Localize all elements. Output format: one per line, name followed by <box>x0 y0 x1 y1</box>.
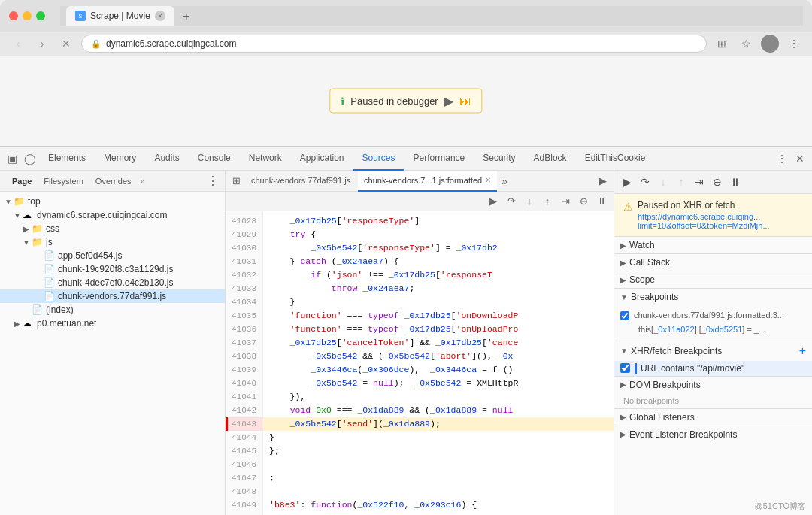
callstack-header[interactable]: ▶ Call Stack <box>614 254 812 271</box>
tree-item-index[interactable]: 📄 (index) <box>0 303 225 317</box>
tab-memory[interactable]: Memory <box>95 147 145 171</box>
xhr-filter-item: URL contains "/api/movie" <box>614 361 812 376</box>
filetree-more-tabs[interactable]: » <box>138 177 148 186</box>
new-tab-button[interactable]: + <box>177 8 195 26</box>
tree-item-domain2[interactable]: ▶ ☁ p0.meituan.net <box>0 317 225 330</box>
domain-icon: ☁ <box>23 210 35 220</box>
resume-button[interactable]: ▶ <box>444 94 453 108</box>
tree-label-index: (index) <box>46 304 74 315</box>
file-icon: 📄 <box>44 250 56 261</box>
back-button[interactable]: ‹ <box>9 35 27 53</box>
tree-item-top[interactable]: ▼ 📁 top <box>0 195 225 208</box>
tree-label-chunkvendors: chunk-vendors.77daf991.js <box>58 291 166 301</box>
code-line <box>263 485 614 498</box>
code-area[interactable]: 41028 41029 41030 41031 41032 41033 4103… <box>226 211 614 515</box>
tree-item-app-js[interactable]: 📄 app.5ef0d454.js <box>0 249 225 262</box>
xhr-breakpoints-header[interactable]: ▼ XHR/fetch Breakpoints + <box>614 341 812 361</box>
filetree-tab-page[interactable]: Page <box>6 171 38 192</box>
tab-security[interactable]: Security <box>474 147 524 171</box>
pause-exceptions-btn[interactable]: ⏸ <box>727 174 744 190</box>
tab-close-button[interactable]: × <box>155 11 165 21</box>
tab-console[interactable]: Console <box>189 147 240 171</box>
maximize-button[interactable] <box>36 11 45 20</box>
scope-header[interactable]: ▶ Scope <box>614 271 812 288</box>
menu-button[interactable]: ⋮ <box>785 35 803 53</box>
domain-icon: ☁ <box>23 318 35 329</box>
tree-item-chunk4dec[interactable]: 📄 chunk-4dec7ef0.e4c2b130.js <box>0 276 225 289</box>
tab-elements[interactable]: Elements <box>39 147 95 171</box>
resume-btn[interactable]: ▶ <box>619 174 635 190</box>
tree-item-css[interactable]: ▶ 📁 css <box>0 222 225 235</box>
tree-label-domain1: dynamic6.scrape.cuiqingcai.com <box>37 210 167 220</box>
close-button[interactable] <box>9 11 18 20</box>
pause-on-exceptions-btn[interactable]: ⏸ <box>594 194 609 209</box>
filetree-tab-filesystem[interactable]: Filesystem <box>38 171 89 192</box>
bookmark-button[interactable]: ☆ <box>737 35 755 53</box>
step-over-btn[interactable]: ↷ <box>637 174 653 190</box>
tree-label-css: css <box>46 223 59 234</box>
code-line: } <box>263 295 614 309</box>
code-tab-formatted[interactable]: chunk-vendors.7...1.js:formatted ✕ <box>358 171 497 192</box>
translate-button[interactable]: ⊞ <box>713 35 731 53</box>
code-line <box>263 458 614 471</box>
skip-button[interactable]: ⏭ <box>459 94 471 108</box>
filetree-menu[interactable]: ⋮ <box>207 174 219 188</box>
code-tabs-more[interactable]: » <box>501 175 508 187</box>
step-out-btn-disabled[interactable]: ↑ <box>673 174 689 190</box>
code-navigate-btn[interactable]: ▶ <box>595 174 611 189</box>
global-listeners-header[interactable]: ▶ Global Listeners <box>614 409 812 426</box>
step-over-btn[interactable]: ↷ <box>504 194 519 209</box>
step-into-btn-disabled[interactable]: ↓ <box>655 174 671 190</box>
minimize-button[interactable] <box>23 11 32 20</box>
browser-tab[interactable]: S Scrape | Movie × <box>66 6 174 26</box>
code-tab-chunkvendors[interactable]: chunk-vendors.77daf991.js <box>245 171 356 192</box>
devtools-device-toolbar[interactable]: ◯ <box>21 150 39 168</box>
resume-script-btn[interactable]: ▶ <box>486 194 501 209</box>
tree-toggle: ▼ <box>3 198 14 206</box>
tab-sources[interactable]: Sources <box>353 147 404 171</box>
folder-icon: 📁 <box>32 237 44 247</box>
bp-checkbox-1[interactable] <box>620 311 629 320</box>
forward-button[interactable]: › <box>33 35 51 53</box>
refresh-button[interactable]: ✕ <box>57 35 75 53</box>
step-single-btn[interactable]: ⇥ <box>691 174 707 190</box>
step-out-btn[interactable]: ↑ <box>540 194 555 209</box>
dom-breakpoints-header[interactable]: ▶ DOM Breakpoints <box>614 377 812 393</box>
filetree-tab-overrides[interactable]: Overrides <box>89 171 138 192</box>
file-tree-tabs: Page Filesystem Overrides » ⋮ <box>0 171 225 192</box>
address-bar: ‹ › ✕ 🔒 dynamic6.scrape.cuiqingcai.com ⊞… <box>0 32 812 56</box>
devtools-close[interactable]: ✕ <box>791 150 809 168</box>
breakpoints-header[interactable]: ▼ Breakpoints <box>614 289 812 305</box>
tab-performance[interactable]: Performance <box>404 147 474 171</box>
tree-item-js[interactable]: ▼ 📁 js <box>0 235 225 249</box>
step-btn[interactable]: ⇥ <box>558 194 573 209</box>
event-breakpoints-header[interactable]: ▶ Event Listener Breakpoints <box>614 426 812 443</box>
step-into-btn[interactable]: ↓ <box>522 194 537 209</box>
tab-network[interactable]: Network <box>240 147 291 171</box>
tree-item-domain1[interactable]: ▼ ☁ dynamic6.scrape.cuiqingcai.com <box>0 208 225 222</box>
tab-adblock[interactable]: AdBlock <box>525 147 576 171</box>
code-tab-close[interactable]: ✕ <box>485 176 491 184</box>
tab-audits[interactable]: Audits <box>145 147 188 171</box>
breakpoints-title: Breakpoints <box>631 292 678 302</box>
watermark: @51CTO博客 <box>755 501 806 512</box>
tab-editthiscookie[interactable]: EditThisCookie <box>576 147 655 171</box>
watch-header[interactable]: ▶ Watch <box>614 237 812 253</box>
user-avatar[interactable] <box>761 35 779 53</box>
tree-item-chunk19[interactable]: 📄 chunk-19c920f8.c3a1129d.js <box>0 262 225 276</box>
watch-title: Watch <box>629 240 655 250</box>
deactivate-btn[interactable]: ⊖ <box>709 174 726 190</box>
xhr-add-button[interactable]: + <box>799 344 806 358</box>
url-bar[interactable]: 🔒 dynamic6.scrape.cuiqingcai.com <box>81 35 707 53</box>
code-line: _0x17db25['cancelToken'] && _0x17db25['c… <box>263 336 614 350</box>
devtools-more-tabs[interactable]: ⋮ <box>773 150 791 168</box>
deactivate-breakpoints-btn[interactable]: ⊖ <box>576 194 591 209</box>
scope-toggle-icon: ▶ <box>620 276 626 284</box>
devtools-tabs: ▣ ◯ Elements Memory Audits Console Netwo… <box>0 147 812 171</box>
devtools-element-select[interactable]: ▣ <box>3 150 21 168</box>
tab-application[interactable]: Application <box>291 147 353 171</box>
bp-text-1: chunk-vendors.77daf991.js:formatted:3... <box>634 310 784 321</box>
tree-item-chunkvendors[interactable]: 📄 chunk-vendors.77daf991.js <box>0 289 225 303</box>
xhr-checkbox[interactable] <box>620 363 630 373</box>
code-line: _0x5be542 && (_0x5be542['abort'](), _0x <box>263 350 614 363</box>
